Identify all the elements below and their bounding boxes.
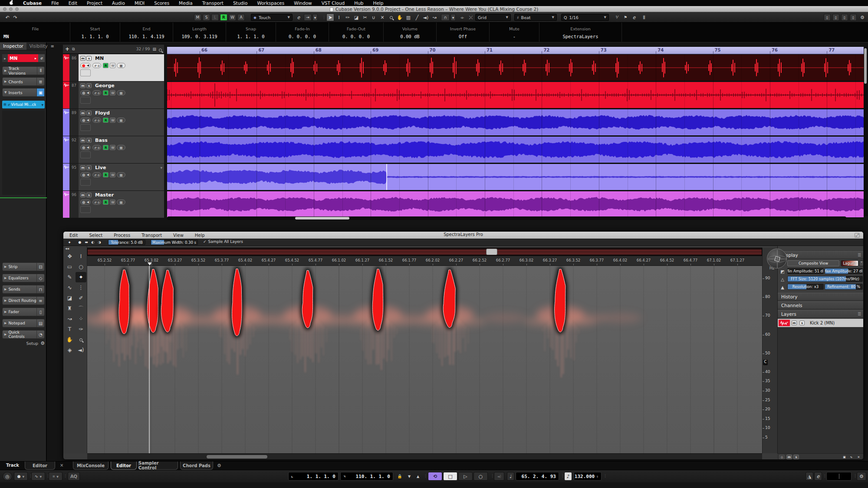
track-preset-button[interactable]: ⧉ bbox=[72, 47, 75, 52]
feedback-options-button[interactable]: ▼ bbox=[450, 14, 456, 21]
brush-selection-tool[interactable]: ✎ bbox=[64, 272, 75, 282]
write-automation-button[interactable]: W bbox=[110, 145, 115, 150]
monitor-button[interactable]: ◀ bbox=[87, 118, 89, 122]
tolerance-field[interactable]: Tolerance: 5.0 dB bbox=[108, 239, 145, 245]
section-equalizers[interactable]: ▶Equalizers◇ bbox=[2, 274, 45, 282]
sl-menu-transport[interactable]: Transport bbox=[141, 233, 162, 238]
tab-editor[interactable]: Editor bbox=[25, 462, 55, 470]
mute-button[interactable]: m bbox=[80, 83, 85, 88]
quantize-panel-icon[interactable]: e bbox=[630, 13, 638, 21]
write-automation-button[interactable]: W bbox=[110, 118, 115, 123]
sl-menu-select[interactable]: Select bbox=[89, 233, 102, 238]
hand-tool[interactable]: ✋ bbox=[396, 13, 404, 21]
menu-audio[interactable]: Audio bbox=[107, 0, 130, 6]
sl-selection-mode-0[interactable]: ● bbox=[77, 240, 82, 245]
freeze-button[interactable]: o bbox=[98, 173, 100, 177]
channel-strip-button[interactable]: ▦ bbox=[117, 118, 125, 123]
track-body[interactable]: msBass●◀eoRW▦ bbox=[79, 136, 164, 163]
footer-solo-button[interactable]: s bbox=[793, 455, 799, 459]
monitor-button[interactable]: ◀ bbox=[87, 64, 89, 67]
solo-button[interactable]: s bbox=[86, 111, 92, 115]
bypass-icon[interactable]: ▤ bbox=[3, 103, 7, 106]
grid-type-dropdown[interactable]: ♯Beat▼ bbox=[514, 14, 557, 21]
preroll-speaker-button[interactable]: ◄) bbox=[494, 472, 504, 481]
acoustic-feedback-button[interactable]: ∩ bbox=[441, 14, 450, 21]
track-row-bass[interactable]: 92msBass●◀eoRW▦ bbox=[63, 136, 164, 164]
lane-bass[interactable] bbox=[167, 136, 864, 164]
channel-strip-button[interactable]: ▦ bbox=[117, 172, 125, 177]
section-icon[interactable]: ▤ bbox=[36, 319, 44, 327]
section-chords[interactable]: ▶Chords≣ bbox=[2, 77, 45, 86]
split-tool[interactable]: ✂ bbox=[361, 13, 369, 21]
metronome-edit-button[interactable]: e bbox=[814, 472, 822, 481]
position-display[interactable]: 65. 2. 4. 93 bbox=[516, 472, 559, 481]
crossfade-icon[interactable]: ◃▹ bbox=[458, 13, 466, 21]
layers-section-header[interactable]: Layers☰ bbox=[778, 310, 864, 318]
menu-file[interactable]: File bbox=[46, 0, 64, 6]
apple-menu-icon[interactable] bbox=[4, 0, 18, 6]
transport-setup-gear-button[interactable]: ⚙ bbox=[857, 472, 866, 481]
menu-help[interactable]: Help bbox=[368, 0, 388, 6]
composite-view-button[interactable]: Composite View bbox=[787, 260, 839, 266]
horizontal-scrollbar[interactable] bbox=[167, 216, 846, 220]
record-mode-dropdown[interactable]: ●▼ bbox=[14, 472, 28, 481]
freeze-button[interactable]: o bbox=[98, 146, 100, 150]
line-tool[interactable]: ╱ bbox=[413, 13, 421, 21]
eraser-tool[interactable]: ◪ bbox=[64, 293, 75, 303]
snap-toggle-icon[interactable]: ⤬ bbox=[467, 13, 475, 21]
merge-layer-button[interactable]: ∿ bbox=[848, 455, 854, 459]
asr-r-button[interactable]: R bbox=[220, 14, 227, 21]
undo-icon[interactable]: ↶ bbox=[3, 13, 11, 21]
automation-mode-dropdown[interactable]: ◉Touch▼ bbox=[251, 14, 293, 21]
mute-tool[interactable]: ✕ bbox=[378, 13, 386, 21]
sl-expand-icon[interactable]: ⤢ bbox=[855, 233, 860, 238]
draw-tool[interactable]: ✏ bbox=[344, 13, 352, 21]
sl-menu-edit[interactable]: Edit bbox=[69, 233, 78, 238]
frequency-selection-tool[interactable]: ∿ bbox=[64, 282, 75, 293]
metronome-button[interactable]: ◮ bbox=[806, 472, 813, 481]
footer-mute-button[interactable]: m bbox=[786, 455, 792, 459]
audio-event-master[interactable] bbox=[167, 191, 864, 217]
sample-all-layers-checkbox[interactable]: ✓Sample All Layers bbox=[203, 239, 243, 244]
lane-mn[interactable] bbox=[167, 54, 864, 82]
play-button[interactable]: ▷ bbox=[458, 472, 473, 481]
edit-channel-icon[interactable]: e bbox=[38, 54, 45, 62]
tab-sampler-control[interactable]: Sampler Control bbox=[138, 462, 178, 470]
sl-selection-mode-2[interactable]: ◐ bbox=[90, 240, 95, 245]
layer-visibility-button[interactable]: ◍ bbox=[779, 455, 785, 459]
stamp-tool[interactable]: ♜ bbox=[64, 303, 75, 314]
color-tool[interactable]: ↝ bbox=[431, 13, 438, 21]
track-row-live[interactable]: 95msLive▼●◀eoRW▦ bbox=[63, 164, 164, 191]
iterative-quantize-icon[interactable]: ⚑ bbox=[621, 13, 629, 21]
menu-hub[interactable]: Hub bbox=[349, 0, 368, 6]
asr-l-button[interactable]: L bbox=[211, 14, 219, 21]
clone-stamp-tool[interactable]: ✐ bbox=[76, 293, 86, 303]
section-icon[interactable]: ◇ bbox=[36, 274, 44, 282]
hscroll-thumb[interactable] bbox=[295, 217, 349, 219]
redo-icon[interactable]: ↷ bbox=[11, 13, 19, 21]
freeze-button[interactable]: o bbox=[98, 91, 100, 95]
track-body[interactable]: msLive▼●◀eoRW▦ bbox=[79, 164, 164, 190]
spectral-time-ruler[interactable]: 65.2.5265.2.7765.3.0265.3.2765.3.5265.3.… bbox=[87, 256, 762, 266]
monitor-button[interactable]: ◀ bbox=[87, 200, 89, 204]
resolution-field[interactable]: Resolution: x3 bbox=[787, 284, 824, 290]
track-body[interactable]: msFloyd●◀eoRW▦ bbox=[79, 109, 164, 136]
section-icon[interactable]: ≡ bbox=[36, 297, 44, 305]
suspend-automation-icon[interactable]: e bbox=[295, 13, 302, 21]
window-layout-icon-2[interactable]: ▯ bbox=[841, 14, 848, 21]
gear-icon[interactable]: ⚙ bbox=[40, 341, 45, 346]
comp-tool[interactable]: ▥ bbox=[404, 13, 412, 21]
solo-button[interactable]: s bbox=[86, 165, 92, 170]
new-layer-button[interactable]: ▣ bbox=[842, 455, 847, 459]
play-tool[interactable]: ◄) bbox=[422, 13, 430, 21]
sl-menu-process[interactable]: Process bbox=[114, 233, 130, 238]
3d-view-tool[interactable]: ◈ bbox=[64, 345, 75, 355]
window-layout-icon-3[interactable]: ▯ bbox=[850, 14, 857, 21]
autoscroll-button[interactable]: ⇥ bbox=[304, 14, 312, 21]
infoline-value[interactable]: 109. 0. 3.119 bbox=[173, 34, 226, 39]
time-selection-tool[interactable]: I bbox=[76, 251, 86, 262]
spectral-scrollbar[interactable] bbox=[87, 453, 762, 460]
menu-transport[interactable]: Transport bbox=[197, 0, 228, 6]
audio-event-live[interactable] bbox=[167, 164, 864, 190]
lane-floyd[interactable] bbox=[167, 109, 864, 136]
